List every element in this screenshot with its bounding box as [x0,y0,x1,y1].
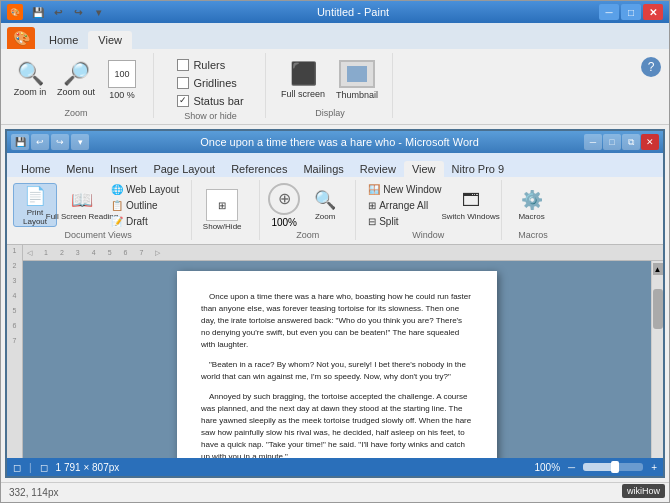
paint-coords: 332, 114px [9,487,59,498]
word-macros-content: ⚙️ Macros [510,180,557,230]
word-doc-area: 1 2 3 4 5 6 7 ◁ 1 2 3 4 5 6 7 ▷ [7,245,663,458]
redo-quick-btn[interactable]: ↪ [69,3,87,21]
word-zoom-label: Zoom [268,230,347,240]
paint-display-tools: ⬛ Full screen Thumbnail [278,53,382,106]
word-close-btn[interactable]: ✕ [641,134,659,150]
word-minimize-btn[interactable]: ─ [584,134,602,150]
draft-icon: 📝 [111,216,123,227]
paint-display-label: Display [315,106,345,118]
paint-app-icon: 🎨 [7,4,23,20]
paint-zoom-tools: 🔍 Zoom in 🔎 Zoom out 100 100 % [9,53,143,106]
word-switchwindows-btn[interactable]: 🗔 Switch Windows [449,183,493,227]
word-fullscreen-reading-btn[interactable]: 📖 Full Screen Reading [60,183,104,227]
word-redo-btn[interactable]: ↪ [51,134,69,150]
help-icon[interactable]: ? [641,57,661,77]
word-page-indicator: ◻ [13,462,21,473]
paint-close-btn[interactable]: ✕ [643,4,663,20]
word-tab-menu[interactable]: Menu [58,161,102,177]
undo-quick-btn[interactable]: ↩ [49,3,67,21]
word-zoom-btn[interactable]: 🔍 Zoom [303,183,347,227]
word-outline-btn[interactable]: 📋 Outline [107,198,183,213]
word-docviews-group: 📄 Print Layout 📖 Full Screen Reading 🌐 W… [13,180,192,240]
weblayout-icon: 🌐 [111,184,123,195]
word-undo-btn[interactable]: ↩ [31,134,49,150]
paint-titlebar: 🎨 💾 ↩ ↪ ▾ Untitled - Paint ─ □ ✕ [1,1,669,23]
word-showhide-group: ⊞ Show/Hide [200,180,260,240]
paint-zoom-pct-btn[interactable]: 100 100 % [101,54,143,106]
paint-thumbnail-btn[interactable]: Thumbnail [332,54,382,106]
arrangeall-icon: ⊞ [368,200,376,211]
word-window-group: 🪟 New Window ⊞ Arrange All ⊟ Split [364,180,501,240]
paint-statusbar: 332, 114px [1,482,669,502]
word-save-btn[interactable]: 💾 [11,134,29,150]
paint-minimize-btn[interactable]: ─ [599,4,619,20]
save-quick-btn[interactable]: 💾 [29,3,47,21]
statusbar-checkbox[interactable] [177,95,189,107]
newwindow-icon: 🪟 [368,184,380,195]
gridlines-checkbox[interactable] [177,77,189,89]
word-dimensions: 1 791 × 807px [56,462,120,473]
paint-window: 🎨 💾 ↩ ↪ ▾ Untitled - Paint ─ □ ✕ 🎨 Home … [0,0,670,503]
word-zoom-circle[interactable]: ⊕ [268,183,300,215]
word-restore-btn[interactable]: ⧉ [622,134,640,150]
word-draft-btn[interactable]: 📝 Draft [107,214,183,229]
word-ribbon-tabs: Home Menu Insert Page Layout References … [7,153,663,177]
word-page-area[interactable]: Once upon a time there was a hare who, b… [23,261,651,458]
word-zoom-content: ⊕ 100% 🔍 Zoom [268,180,347,230]
word-menu-btn[interactable]: ▾ [71,134,89,150]
word-zoom-slider[interactable] [583,463,643,471]
word-zoom-plus[interactable]: + [651,462,657,473]
word-macros-btn[interactable]: ⚙️ Macros [510,183,554,227]
word-tab-pagelayout[interactable]: Page Layout [145,161,223,177]
paint-show-hide-options: Rulers Gridlines Status bar [173,53,247,109]
fullscreen-icon: ⬛ [290,61,317,87]
word-page: Once upon a time there was a hare who, b… [177,271,497,458]
paint-ribbon-content: 🔍 Zoom in 🔎 Zoom out 100 100 % Zoom [1,49,669,125]
word-para-3: Annoyed by such bragging, the tortoise a… [201,391,473,458]
word-tab-mailings[interactable]: Mailings [295,161,351,177]
paint-statusbar-btn[interactable]: Status bar [173,93,247,109]
word-view-small-btns: 🌐 Web Layout 📋 Outline 📝 Draft [107,182,183,229]
word-macros-label: Macros [510,230,557,240]
zoom-out-icon: 🔎 [63,63,90,85]
thumbnail-icon [339,60,375,88]
word-newwindow-btn[interactable]: 🪟 New Window [364,182,445,197]
word-zoom-minus[interactable]: ─ [568,462,575,473]
paint-rulers-btn[interactable]: Rulers [173,57,247,73]
word-title: Once upon a time there was a hare who - … [95,136,584,148]
word-window-label: Window [364,230,492,240]
word-tab-insert[interactable]: Insert [102,161,146,177]
paint-zoom-in-btn[interactable]: 🔍 Zoom in [9,54,51,106]
zoom-in-icon: 🔍 [17,63,44,85]
word-tab-review[interactable]: Review [352,161,404,177]
paint-tab-view[interactable]: View [88,31,132,49]
rulers-checkbox[interactable] [177,59,189,71]
word-showhide-btn[interactable]: ⊞ Show/Hide [200,188,244,232]
word-tab-references[interactable]: References [223,161,295,177]
paint-tab-home[interactable]: Home [39,31,88,49]
paint-zoom-label: Zoom [64,106,87,118]
paint-zoom-out-btn[interactable]: 🔎 Zoom out [55,54,97,106]
word-docviews-content: 📄 Print Layout 📖 Full Screen Reading 🌐 W… [13,180,183,230]
word-tab-view[interactable]: View [404,161,444,177]
paint-gridlines-btn[interactable]: Gridlines [173,75,247,91]
scrollbar-up-btn[interactable]: ▲ [653,263,663,275]
word-arrangeall-btn[interactable]: ⊞ Arrange All [364,198,445,213]
paint-maximize-btn[interactable]: □ [621,4,641,20]
word-tab-nitro[interactable]: Nitro Pro 9 [444,161,513,177]
word-maximize-btn[interactable]: □ [603,134,621,150]
word-tab-home[interactable]: Home [13,161,58,177]
word-scrollbar-vertical[interactable]: ▲ [651,261,663,458]
switchwindows-icon: 🗔 [462,190,480,211]
dropdown-quick-btn[interactable]: ▾ [89,3,107,21]
word-ruler-horizontal: ◁ 1 2 3 4 5 6 7 ▷ [23,245,663,261]
paint-menu-btn[interactable]: 🎨 [7,27,35,49]
paint-show-hide-group: Rulers Gridlines Status bar Show or hide [166,53,266,118]
word-weblayout-btn[interactable]: 🌐 Web Layout [107,182,183,197]
fullscreen-reading-icon: 📖 [71,189,93,211]
word-split-btn[interactable]: ⊟ Split [364,214,445,229]
word-quick-access: 💾 ↩ ↪ ▾ [11,134,89,150]
word-zoom-pct: 100% [271,217,297,228]
scrollbar-thumb[interactable] [653,289,663,329]
paint-fullscreen-btn[interactable]: ⬛ Full screen [278,54,328,106]
